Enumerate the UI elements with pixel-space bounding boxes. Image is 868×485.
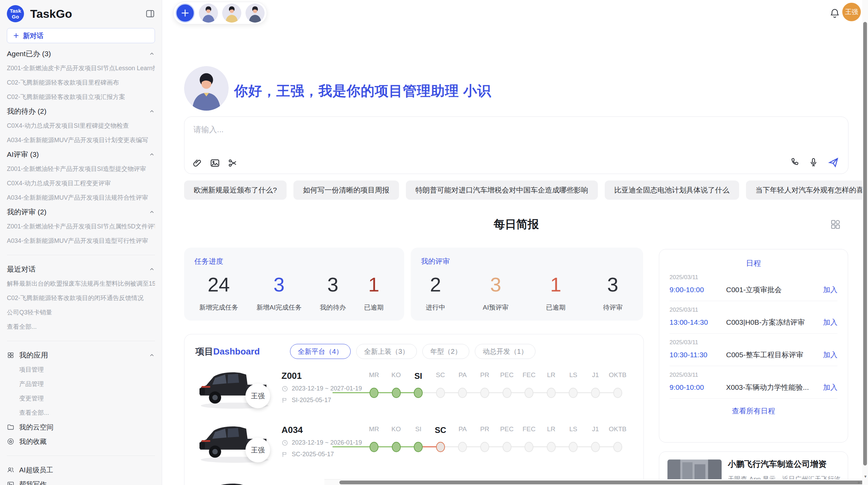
scroll-down-arrow-icon[interactable]: ▼ <box>864 474 867 478</box>
flag-icon <box>281 397 288 404</box>
new-chat-button[interactable]: 新对话 <box>7 28 155 43</box>
horizontal-scrollbar[interactable]: ▶ <box>324 479 862 485</box>
milestone-label: FEC <box>522 371 535 379</box>
schedule-join-link[interactable]: 加入 <box>823 383 837 392</box>
app-item[interactable]: 查看全部... <box>7 406 155 420</box>
schedule-name: C001-立项审批会 <box>726 285 823 295</box>
app-item[interactable]: 项目管理 <box>7 362 155 377</box>
milestone-dot-KO <box>392 442 401 452</box>
sidebar: Task Go TaskGo 新对话 Agent已办 (3) Z001-全新燃油… <box>0 0 162 485</box>
sidebar-item[interactable]: C02-飞腾新能源轻客改款项目里程碑画布 <box>7 75 155 90</box>
add-agent-button[interactable] <box>176 3 195 23</box>
briefing-card-1: 我的评审 2 进行中 3 AI预评审 1 已逾期 3 待评审 <box>411 248 643 321</box>
image-upload-icon[interactable] <box>210 158 220 168</box>
sidebar-link-1[interactable]: 我的收藏 <box>7 434 155 449</box>
dashboard-filter-chip[interactable]: 动总开发（1） <box>475 344 535 359</box>
users-icon <box>7 466 14 474</box>
recent-view-all-link[interactable]: 查看全部... <box>7 320 155 334</box>
suggestion-chip[interactable]: 当下年轻人对汽车外观有怎样的喜好趋势 <box>746 181 868 200</box>
sidebar-section-header[interactable]: AI评审 (3) <box>7 147 155 162</box>
dashboard-filter-chip[interactable]: 年型（2） <box>422 344 469 359</box>
sidebar-item[interactable]: Z001-全新燃油轻卡产品开发项目SI节点属性5D文件评审 <box>7 219 155 234</box>
schedule-join-link[interactable]: 加入 <box>823 318 837 327</box>
suggestion-chip[interactable]: 比亚迪全固态电池计划具体说了什么 <box>605 181 739 200</box>
sidebar-section-header[interactable]: 我的待办 (2) <box>7 104 155 119</box>
sidebar-item[interactable]: C0X4-动力总成开发项目工程变更评审 <box>7 176 155 190</box>
stat: 3 新增AI完成任务 <box>256 274 302 312</box>
sidebar-link-label: 我的收藏 <box>19 437 47 446</box>
project-row-A034[interactable]: 王强 A034 2023-12-19 ~ 2026-01-19 SC-2025-… <box>184 416 643 468</box>
schedule-name: X003-车辆动力学性能验... <box>726 383 823 392</box>
sidebar-section-header[interactable]: Agent已办 (3) <box>7 47 155 61</box>
collapse-sidebar-icon[interactable] <box>145 9 155 18</box>
sidebar-tool-1[interactable]: 帮我写作 <box>7 477 155 485</box>
suggestion-chip[interactable]: 欧洲新规最近颁布了什么? <box>184 181 287 200</box>
sidebar-section-header[interactable]: 最近对话 <box>7 262 155 276</box>
phone-icon[interactable] <box>789 157 799 167</box>
sidebar-section-header[interactable]: 我的评审 (2) <box>7 205 155 219</box>
milestone-label: PEC <box>500 371 514 379</box>
clock-icon <box>281 385 288 392</box>
sidebar-item[interactable]: A034-全新新能源MUV产品开发项目计划变更表编写 <box>7 133 155 147</box>
recent-conversation-item[interactable]: 解释最新出台的欧盟报废车法规再生塑料比例被调至15%... <box>7 276 155 291</box>
milestone-label: J1 <box>592 371 599 379</box>
schedule-join-link[interactable]: 加入 <box>823 350 837 360</box>
horizontal-scrollbar-thumb[interactable] <box>339 481 868 484</box>
sidebar-item[interactable]: C0X4-动力总成开发项目SI里程碑提交物检查 <box>7 119 155 133</box>
greeting-title: 你好，王强，我是你的项目管理助理 小识 <box>234 82 491 100</box>
dashboard-title: 项目Dashboard <box>195 346 260 358</box>
app-item[interactable]: 变更管理 <box>7 391 155 406</box>
microphone-icon[interactable] <box>808 157 819 167</box>
chevron-up-icon <box>149 352 155 358</box>
sidebar-link-0[interactable]: 我的云空间 <box>7 420 155 434</box>
scissors-icon[interactable] <box>228 158 238 168</box>
schedule-date: 2025/03/11 <box>670 307 837 313</box>
dashboard-filter-chip[interactable]: 全新上装（3） <box>356 344 417 359</box>
stat-value: 3 <box>607 274 618 296</box>
recent-conversation-item[interactable]: C02-飞腾新能源轻客改款项目的闭环通告反馈情况 <box>7 291 155 305</box>
sidebar-item[interactable]: Z001-全新燃油皮卡产品开发项目SI节点Lesson Learn报告 <box>7 61 155 75</box>
sidebar-item[interactable]: Z001-全新燃油轻卡产品开发项目SI造型提交物评审 <box>7 162 155 176</box>
milestone-dot-PR <box>480 442 489 452</box>
chevron-up-icon <box>149 51 155 57</box>
sidebar-tool-0[interactable]: AI超级员工 <box>7 463 155 477</box>
attachment-icon[interactable] <box>192 158 202 168</box>
vertical-scrollbar-thumb[interactable] <box>863 22 867 465</box>
recent-conversation-item[interactable]: 公司Q3轻卡销量 <box>7 305 155 320</box>
schedule-join-link[interactable]: 加入 <box>823 285 837 295</box>
milestone-dot-LR <box>547 442 556 452</box>
layout-grid-icon[interactable] <box>830 219 841 230</box>
suggestion-chip[interactable]: 如何写一份清晰的项目周报 <box>293 181 399 200</box>
notifications-bell-icon[interactable] <box>829 8 840 18</box>
agent-avatar-0[interactable] <box>199 3 218 23</box>
send-icon[interactable] <box>828 157 839 168</box>
agent-avatar-2[interactable] <box>245 3 265 23</box>
milestone-label: MR <box>369 371 379 379</box>
milestone-dot-PR <box>480 388 489 398</box>
project-owner-badge: 王强 <box>245 384 270 408</box>
star-icon <box>7 438 14 445</box>
vertical-scrollbar[interactable]: ▼ <box>862 0 868 479</box>
sidebar-item[interactable]: A034-全新新能源MUV产品开发项目法规符合性评审 <box>7 190 155 205</box>
chat-input-card[interactable]: 请输入... <box>184 116 848 174</box>
sidebar-item[interactable]: A034-全新新能源MUV产品开发项目造型可行性评审 <box>7 234 155 248</box>
view-all-schedule-link[interactable]: 查看所有日程 <box>670 406 837 416</box>
sidebar-divider <box>7 255 155 255</box>
app-item[interactable]: 产品管理 <box>7 377 155 391</box>
stat-label: 进行中 <box>426 303 445 312</box>
daily-briefing-title: 每日简报 <box>184 217 848 232</box>
agent-avatar-1[interactable] <box>222 3 241 23</box>
milestone-label: SC <box>436 371 445 379</box>
milestone-label: SC <box>435 425 446 435</box>
dashboard-filter-chip[interactable]: 全新平台（4） <box>290 344 351 359</box>
milestone-dot-SI <box>414 388 423 398</box>
suggestion-chip[interactable]: 特朗普可能对进口汽车增税会对中国车企造成哪些影响 <box>406 181 598 200</box>
scroll-right-arrow-icon[interactable]: ▶ <box>858 480 861 485</box>
user-avatar[interactable]: 王强 <box>842 3 861 21</box>
project-vehicle-image <box>194 474 275 485</box>
chat-input[interactable]: 请输入... <box>193 124 224 135</box>
sidebar-my-apps-header[interactable]: 我的应用 <box>7 348 155 362</box>
project-row-Z001[interactable]: 王强 Z001 2023-12-19 ~ 2027-01-19 SI-2025-… <box>184 362 643 414</box>
briefing-card-title: 任务进度 <box>194 257 388 266</box>
sidebar-item[interactable]: C02-飞腾新能源轻客改款项目立项汇报方案 <box>7 90 155 104</box>
